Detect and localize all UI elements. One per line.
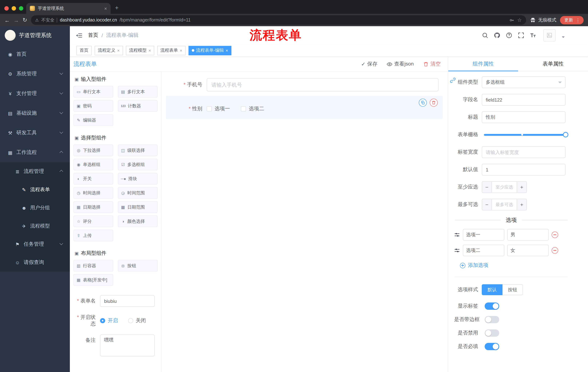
show-label-switch[interactable] [485,302,499,310]
component-date-range[interactable]: ▩日期范围 [118,201,158,213]
avatar-dropdown-icon[interactable] [562,36,565,39]
form-grid-slider[interactable] [484,129,566,140]
bookmark-star-icon[interactable]: ☆ [517,17,522,23]
style-button-button[interactable]: 按钮 [503,284,523,295]
tag-close-icon[interactable]: × [148,48,151,53]
clear-button[interactable]: 清空 [423,61,441,67]
option-label-input[interactable] [463,244,504,256]
password-key-icon[interactable] [509,17,515,23]
max-select-input[interactable] [492,199,517,210]
sidebar-item-process-form[interactable]: ✎ 流程表单 [0,181,70,199]
required-switch[interactable] [485,343,499,350]
checkbox-icon[interactable] [207,106,212,111]
sidebar-item-process-management[interactable]: ≣ 流程管理 [0,162,70,181]
component-select[interactable]: ◎下拉选择 [74,145,113,156]
sidebar-item-payment[interactable]: ¥ 支付管理 [0,84,70,103]
field-name-input[interactable] [482,94,566,106]
sidebar-item-system[interactable]: ⚙ 系统管理 [0,64,70,84]
tag-process-definition[interactable]: 流程定义 × [94,46,123,55]
drag-handle-icon[interactable] [454,247,460,253]
component-cascader[interactable]: ◫级联选择 [118,145,158,156]
forward-icon[interactable]: → [13,17,19,23]
status-off-radio[interactable]: 关闭 [128,317,146,324]
tag-process-model[interactable]: 流程模型 × [126,46,154,55]
component-slider[interactable]: ─●滑块 [118,173,158,185]
tab-close-icon[interactable]: × [104,6,107,11]
tab-form-props[interactable]: 表单属性 [518,57,588,71]
browser-update-button[interactable]: 更新 ⋮ [560,16,584,24]
checkbox-icon[interactable] [241,106,246,111]
component-button[interactable]: ◘按钮 [118,260,158,272]
remove-option-icon[interactable] [552,232,558,238]
phone-input[interactable] [207,78,439,91]
gender-option-1[interactable]: 选项一 [207,106,230,112]
canvas-field-phone[interactable]: 手机号 [166,78,443,91]
component-type-select[interactable]: 多选框组 [482,76,566,88]
sidebar-item-leave-query[interactable]: ☺ 请假查询 [0,253,70,272]
add-option-button[interactable]: 添加选项 [460,262,568,269]
fullscreen-icon[interactable] [518,32,524,39]
option-value-input[interactable] [507,244,549,256]
component-time-picker[interactable]: ◷时间选择 [74,187,113,199]
gender-option-2[interactable]: 选项二 [241,106,264,112]
view-json-button[interactable]: 查看json [387,61,414,67]
back-icon[interactable]: ← [4,17,10,23]
sidebar-item-task-management[interactable]: ⚑ 任务管理 [0,235,70,253]
sidebar-item-home[interactable]: ◉ 首页 [0,44,70,64]
app-logo[interactable]: 芋道管理系统 [0,26,70,44]
tag-close-icon[interactable]: × [180,48,182,53]
min-select-input[interactable] [492,181,517,193]
tag-process-form[interactable]: 流程表单 × [157,46,186,55]
browser-tab[interactable]: 芋道管理系统 × [26,3,111,14]
component-checkbox-group[interactable]: ☑多选框组 [118,159,158,170]
component-time-range[interactable]: ◶时间范围 [118,187,158,199]
breadcrumb-home[interactable]: 首页 [88,32,98,39]
reload-icon[interactable]: ↻ [22,17,27,23]
disabled-switch[interactable] [485,329,499,337]
window-minimize-button[interactable] [12,6,16,11]
component-counter[interactable]: 123计数器 [118,100,158,112]
stepper-increase-button[interactable]: + [517,181,527,193]
github-icon[interactable] [494,32,500,39]
component-row-container[interactable]: ▥行容器 [74,260,113,272]
security-label[interactable]: 不安全 [41,17,54,23]
default-value-input[interactable] [482,164,566,175]
component-multi-text[interactable]: ▤多行文本 [118,86,158,97]
title-input[interactable] [482,111,566,123]
sidebar-item-process-model[interactable]: ✈ 流程模型 [0,217,70,235]
component-rate[interactable]: ☆评分 [74,215,113,227]
help-icon[interactable] [506,32,512,39]
window-zoom-button[interactable] [19,6,23,11]
user-avatar[interactable] [543,29,556,42]
drag-handle-icon[interactable] [454,232,460,238]
style-default-button[interactable]: 默认 [482,284,503,295]
component-single-text[interactable]: ▭单行文本 [74,86,113,97]
window-close-button[interactable] [4,6,9,11]
delete-field-button[interactable] [430,99,438,107]
component-editor[interactable]: ✎编辑器 [74,114,113,126]
remove-option-icon[interactable] [552,247,558,254]
sidebar-item-infrastructure[interactable]: ▤ 基础设施 [0,103,70,123]
border-switch[interactable] [485,316,499,323]
tag-close-icon[interactable]: × [117,48,120,53]
tag-home[interactable]: 首页 [76,46,92,55]
canvas-field-gender-selected[interactable]: 性别 选项一 选项二 [166,96,443,119]
tag-close-icon[interactable]: × [226,48,228,53]
tag-process-form-edit[interactable]: 流程表单-编辑 × [189,46,231,55]
component-upload[interactable]: ⇧上传 [74,230,113,241]
tab-component-props[interactable]: 组件属性 [448,57,518,71]
save-button[interactable]: ✓ 保存 [361,61,377,67]
stepper-decrease-button[interactable]: − [482,181,492,193]
component-switch[interactable]: ◐开关 [74,173,113,185]
address-bar[interactable]: ⚠ 不安全 dashboard.yudao.iocoder.cn /bpm/ma… [31,15,526,25]
component-color-picker[interactable]: ◑颜色选择 [118,215,158,227]
slider-track[interactable] [484,134,566,136]
search-icon[interactable] [482,32,488,39]
remark-textarea[interactable]: 嘿嘿 [100,335,155,356]
component-date-picker[interactable]: ▦日期选择 [74,201,113,213]
stepper-decrease-button[interactable]: − [482,199,492,210]
font-size-icon[interactable] [530,32,536,39]
slider-handle[interactable] [563,132,568,138]
browser-menu-icon[interactable]: ⋮ [576,17,580,23]
copy-field-button[interactable] [419,99,427,107]
